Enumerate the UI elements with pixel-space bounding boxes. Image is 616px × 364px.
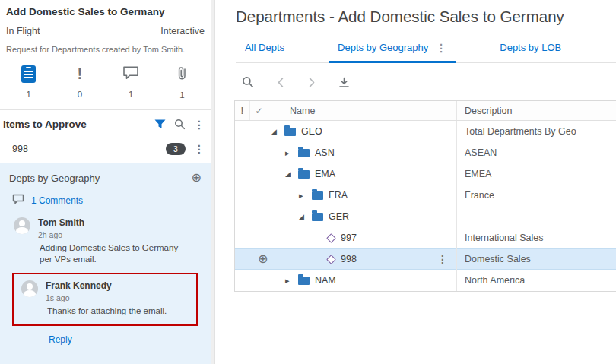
node-label: 998 [341,254,357,264]
collapse-toggle-icon[interactable]: ◢ [271,128,284,135]
row-menu-icon[interactable]: ⋮ [437,254,448,264]
tab-depts-by-geography[interactable]: Depts by Geography ⋮ [329,42,456,62]
folder-icon [298,277,310,285]
selected-item-panel: Depts by Geography ⊕ 1 Comments Tom Smit… [0,163,211,364]
tab-items[interactable]: 1 [3,65,54,100]
comment-text: Adding Domestic Sales to Germany per VPs… [38,242,190,265]
attachments-count: 1 [179,90,184,100]
expand-toggle-icon[interactable]: ▸ [285,276,297,286]
folder-icon [284,128,296,136]
items-count: 1 [26,90,30,99]
folder-icon [298,170,310,179]
avatar [21,280,38,297]
node-description: North America [457,270,616,291]
comment-time: 2h ago [38,230,190,239]
tree-row-997[interactable]: 997 International Sales [235,227,616,248]
tab-comments[interactable]: 1 [106,65,157,100]
node-label: 997 [341,233,357,243]
items-to-approve-header: Items to Approve [3,119,146,130]
tab-all-depts[interactable]: All Depts [236,42,294,62]
department-tree-grid: ! ✓ Name Description ◢ GEO Total Departm… [234,100,616,292]
comment-time: 1s ago [46,293,167,302]
folder-icon [312,191,323,200]
highlight-box: Frank Kennedy 1s ago Thanks for attachin… [12,273,198,326]
grid-toolbar [242,76,616,88]
selected-item-title: Depts by Geography [9,173,192,184]
tree-row-ema[interactable]: ◢ EMA EMEA [235,163,616,185]
collapse-toggle-icon[interactable]: ◢ [285,170,297,178]
node-label: GER [329,211,349,222]
items-menu-icon[interactable]: ⋮ [194,119,205,130]
reply-link[interactable]: Reply [49,334,72,345]
node-description: France [457,185,616,206]
download-icon[interactable] [338,77,350,88]
collapse-toggle-icon[interactable]: ◢ [299,213,311,220]
item-menu-icon[interactable]: ⋮ [194,144,205,154]
request-header: Add Domestic Sales to Germany In Flight … [0,0,211,54]
tab-label: Depts by LOB [500,42,561,53]
tree-row-asn[interactable]: ▸ ASN ASEAN [235,142,616,163]
node-label: NAM [315,275,336,286]
request-title: Add Domestic Sales to Germany [6,6,205,17]
tab-label: All Depts [245,42,284,53]
add-icon[interactable]: ⊕ [192,172,202,184]
tree-row-ger[interactable]: ◢ GER [235,206,616,227]
approval-item-998[interactable]: 998 3 ⋮ [0,137,211,163]
comments-link[interactable]: 1 Comments [31,195,83,206]
expand-toggle-icon[interactable]: ▸ [285,148,297,158]
folder-icon [312,213,323,221]
chevron-left-icon[interactable] [276,77,285,88]
flag-column-header[interactable]: ! [235,101,250,120]
issues-count: 0 [78,90,82,99]
comment-author: Tom Smith [38,217,190,228]
view-tabs: All Depts Depts by Geography ⋮ Depts by … [236,42,616,63]
tab-label: Depts by Geography [338,42,428,53]
node-description: International Sales [457,227,616,248]
chevron-right-icon[interactable] [307,77,316,88]
request-status: In Flight [6,26,40,36]
clipboard-icon [21,65,36,83]
page-title: Departments - Add Domestic Sales to Germ… [236,8,616,26]
node-label: FRA [329,190,348,201]
comment-author: Frank Kennedy [46,280,167,291]
sidebar-icon-tabs: 1 ! 0 1 1 [0,65,211,100]
leaf-node-icon [326,233,336,243]
comment-text: Thanks for attaching the email. [46,305,167,317]
node-description: EMEA [457,163,616,185]
tab-depts-by-lob[interactable]: Depts by LOB [491,42,570,62]
tree-row-998[interactable]: ⊕ 998 ⋮ Domestic Sales [235,248,616,270]
paperclip-icon [176,65,189,84]
tab-issues[interactable]: ! 0 [54,65,105,100]
search-icon[interactable] [242,76,254,88]
name-column-header[interactable]: Name [268,101,457,120]
node-label: ASN [315,147,335,158]
node-label: EMA [315,169,335,179]
node-description: Total Departments By Geo [457,121,616,142]
check-column-header[interactable]: ✓ [250,101,268,120]
filter-icon[interactable] [154,119,166,129]
node-label: GEO [301,126,322,137]
request-sidebar: Add Domestic Sales to Germany In Flight … [0,0,211,364]
request-mode: Interactive [160,26,205,36]
main-content: Departments - Add Domestic Sales to Germ… [215,0,616,364]
item-count-badge: 3 [166,143,186,155]
tab-attachments[interactable]: 1 [157,65,208,100]
node-description [457,206,616,227]
leaf-node-icon [326,255,336,264]
row-add-icon[interactable]: ⊕ [258,253,268,265]
tree-row-fra[interactable]: ▸ FRA France [235,185,616,206]
description-column-header[interactable]: Description [457,101,616,120]
tree-row-nam[interactable]: ▸ NAM North America [235,270,616,291]
comment-tom-smith: Tom Smith 2h ago Adding Domestic Sales t… [9,217,202,265]
app-window: Add Domestic Sales to Germany In Flight … [0,0,616,364]
tab-menu-icon[interactable]: ⋮ [436,43,446,53]
comment-icon [122,65,139,83]
tree-row-geo[interactable]: ◢ GEO Total Departments By Geo [235,121,616,142]
avatar [14,217,30,234]
folder-icon [298,149,310,157]
search-icon[interactable] [174,119,186,130]
comment-bubble-icon [12,194,24,207]
expand-toggle-icon[interactable]: ▸ [299,191,311,201]
grid-header: ! ✓ Name Description [235,101,616,121]
item-label: 998 [12,144,166,154]
